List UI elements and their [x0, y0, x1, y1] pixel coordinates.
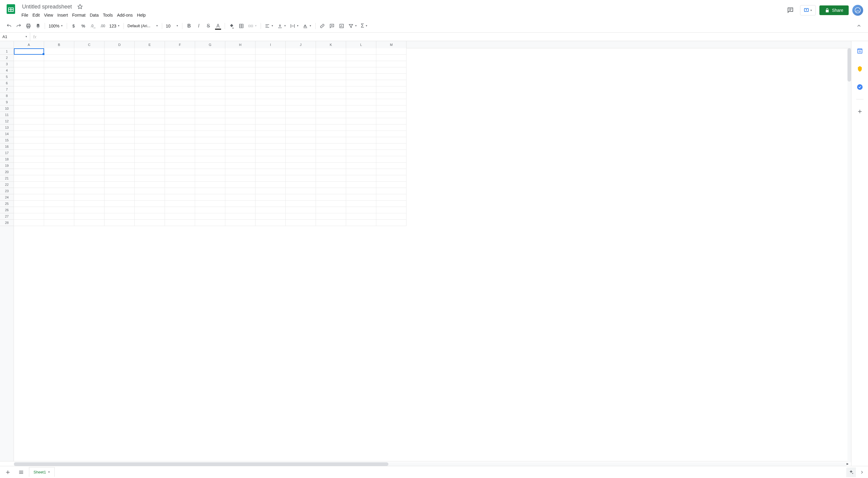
cell[interactable] — [346, 118, 376, 124]
cell[interactable] — [195, 144, 225, 150]
column-header[interactable]: D — [104, 41, 135, 48]
cell[interactable] — [286, 175, 316, 182]
cell[interactable] — [104, 118, 135, 124]
cell[interactable] — [14, 156, 44, 162]
cell[interactable] — [74, 201, 104, 207]
cell[interactable] — [225, 207, 255, 213]
cell[interactable] — [44, 137, 74, 144]
tasks-icon[interactable] — [854, 81, 866, 93]
menu-addons[interactable]: Add-ons — [115, 11, 135, 19]
row-header[interactable]: 4 — [0, 67, 13, 74]
cell[interactable] — [225, 112, 255, 118]
cell[interactable] — [225, 61, 255, 67]
cell[interactable] — [165, 67, 195, 74]
cell[interactable] — [74, 175, 104, 182]
cell[interactable] — [316, 169, 346, 175]
cell[interactable] — [286, 144, 316, 150]
cell[interactable] — [104, 74, 135, 80]
cell[interactable] — [225, 194, 255, 201]
cell[interactable] — [44, 99, 74, 106]
cell[interactable] — [104, 131, 135, 137]
cell[interactable] — [376, 74, 406, 80]
cell[interactable] — [135, 162, 165, 169]
cell[interactable] — [286, 182, 316, 188]
menu-insert[interactable]: Insert — [55, 11, 70, 19]
cell[interactable] — [225, 74, 255, 80]
cell[interactable] — [346, 213, 376, 220]
cell[interactable] — [14, 220, 44, 226]
zoom-dropdown[interactable]: 100% ▼ — [48, 22, 64, 30]
formula-input[interactable] — [39, 33, 868, 41]
cell[interactable] — [14, 162, 44, 169]
cell[interactable] — [74, 207, 104, 213]
cell[interactable] — [104, 80, 135, 86]
cell[interactable] — [346, 61, 376, 67]
cell[interactable] — [225, 188, 255, 194]
cell[interactable] — [14, 124, 44, 131]
cell[interactable] — [255, 182, 286, 188]
cell[interactable] — [135, 137, 165, 144]
cell[interactable] — [346, 131, 376, 137]
cell[interactable] — [74, 144, 104, 150]
text-wrap-icon[interactable]: ▼ — [289, 22, 300, 30]
cell[interactable] — [316, 48, 346, 55]
column-header[interactable]: I — [255, 41, 286, 48]
cell[interactable] — [44, 188, 74, 194]
cell[interactable] — [14, 80, 44, 86]
star-icon[interactable] — [76, 2, 84, 11]
cell[interactable] — [14, 55, 44, 61]
cell[interactable] — [74, 150, 104, 156]
cell[interactable] — [195, 162, 225, 169]
cell[interactable] — [316, 93, 346, 99]
cell[interactable] — [135, 188, 165, 194]
cell[interactable] — [44, 220, 74, 226]
cell[interactable] — [44, 131, 74, 137]
bold-icon[interactable]: B — [185, 22, 193, 30]
row-header[interactable]: 3 — [0, 61, 13, 67]
cell[interactable] — [14, 61, 44, 67]
cell[interactable] — [316, 99, 346, 106]
cell[interactable] — [346, 99, 376, 106]
cell[interactable] — [195, 182, 225, 188]
cell[interactable] — [195, 67, 225, 74]
cell[interactable] — [135, 182, 165, 188]
cell[interactable] — [195, 55, 225, 61]
functions-icon[interactable]: Σ▼ — [360, 22, 369, 30]
italic-icon[interactable]: I — [194, 22, 203, 30]
cell[interactable] — [135, 169, 165, 175]
cell[interactable] — [44, 201, 74, 207]
row-header[interactable]: 26 — [0, 207, 13, 213]
cell[interactable] — [225, 67, 255, 74]
cell[interactable] — [195, 112, 225, 118]
cell[interactable] — [195, 74, 225, 80]
cell[interactable] — [376, 106, 406, 112]
add-addon-icon[interactable] — [854, 106, 866, 118]
cell[interactable] — [135, 207, 165, 213]
cell[interactable] — [44, 93, 74, 99]
insert-link-icon[interactable] — [318, 22, 327, 30]
filter-icon[interactable]: ▼ — [347, 22, 359, 30]
cell[interactable] — [104, 137, 135, 144]
cell[interactable] — [195, 220, 225, 226]
cell[interactable] — [376, 137, 406, 144]
menu-tools[interactable]: Tools — [101, 11, 115, 19]
cell[interactable] — [135, 175, 165, 182]
cell[interactable] — [225, 93, 255, 99]
cell[interactable] — [225, 55, 255, 61]
cell[interactable] — [316, 156, 346, 162]
column-header[interactable]: L — [346, 41, 376, 48]
collapse-toolbar-icon[interactable] — [855, 22, 863, 30]
cell[interactable] — [286, 137, 316, 144]
cell[interactable] — [286, 169, 316, 175]
cell[interactable] — [225, 118, 255, 124]
cell[interactable] — [286, 99, 316, 106]
cell[interactable] — [286, 207, 316, 213]
cell[interactable] — [165, 169, 195, 175]
cell[interactable] — [104, 213, 135, 220]
menu-view[interactable]: View — [42, 11, 55, 19]
cell[interactable] — [255, 74, 286, 80]
cell[interactable] — [316, 207, 346, 213]
cell[interactable] — [14, 118, 44, 124]
cell[interactable] — [286, 74, 316, 80]
calendar-icon[interactable]: 31 — [854, 45, 866, 57]
